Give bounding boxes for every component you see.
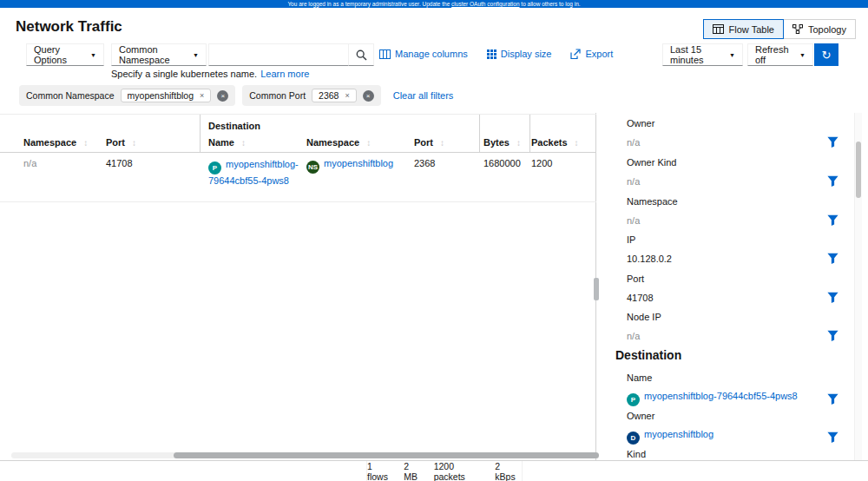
record-side-panel: Owner n/a Owner Kind n/a Namespace n/a I… (602, 113, 854, 460)
cell-packets: 1200 (531, 158, 552, 168)
field-label: Kind (627, 449, 838, 459)
table-horizontal-scrollbar[interactable] (11, 452, 599, 458)
oauth-config-link[interactable]: cluster OAuth configuration (451, 1, 519, 7)
clear-all-filters-link[interactable]: Clear all filters (393, 90, 454, 101)
field-label: Name (627, 372, 838, 383)
column-header-src-port[interactable]: Port ↕ (106, 137, 136, 148)
refresh-button[interactable]: ↻ (814, 43, 838, 66)
query-options-dropdown[interactable]: Query Options ▼ (26, 43, 104, 66)
filter-group-label: Common Port (249, 90, 306, 101)
panel-field-owner: Owner n/a (627, 118, 838, 148)
chip-close-icon[interactable]: × (200, 91, 204, 100)
search-icon (356, 49, 367, 61)
stat-rate: 2 kBps (495, 461, 522, 481)
filter-search-input[interactable] (208, 43, 348, 66)
pod-link[interactable]: myopenshiftblog-79644cbf55-4pws8 (208, 159, 299, 186)
display-size-link[interactable]: Display size (487, 49, 552, 59)
sort-icon: ↕ (440, 138, 444, 148)
column-header-src-namespace[interactable]: Namespace ↕ (23, 137, 88, 148)
field-label: Owner (627, 118, 838, 128)
helper-text: Specify a single kubernetes name. (111, 69, 257, 79)
export-link[interactable]: Export (570, 49, 613, 59)
sync-icon: ↻ (822, 49, 832, 62)
search-button[interactable] (348, 43, 374, 66)
field-value: Pmyopenshiftblog-79644cbf55-4pws8 (627, 391, 798, 406)
remove-filter-group-icon[interactable]: × (363, 90, 374, 102)
refresh-interval-dropdown[interactable]: Refresh off ▼ (747, 43, 813, 66)
filter-funnel-icon[interactable] (827, 330, 838, 341)
flow-table: Destination Namespace ↕ Port ↕ Name ↕ Na… (0, 113, 596, 460)
flow-stats: 1 flows 2 MB 1200 packets 2 kBps (366, 461, 523, 481)
table-top-border (0, 114, 596, 115)
cell-bytes: 1680000 (483, 158, 521, 168)
chevron-down-icon: ▼ (90, 52, 96, 58)
destination-group-header: Destination (208, 121, 260, 131)
table-horizontal-scrollbar-thumb[interactable] (174, 452, 599, 458)
cell-src-namespace: n/a (23, 158, 36, 168)
column-header-packets[interactable]: Packets ↕ (531, 137, 579, 148)
panel-field-dest-name: Name Pmyopenshiftblog-79644cbf55-4pws8 (627, 372, 838, 406)
field-value: 10.128.0.2 (627, 254, 672, 264)
sort-icon: ↕ (241, 138, 246, 148)
topology-toggle[interactable]: Topology (784, 19, 856, 39)
column-header-bytes[interactable]: Bytes ↕ (483, 137, 521, 148)
active-filters: Common Namespace myopenshiftblog × × Com… (19, 85, 453, 106)
column-label: Bytes (483, 137, 510, 148)
panel-field-ip: IP 10.128.0.2 (627, 234, 838, 264)
filter-funnel-icon[interactable] (827, 393, 838, 405)
panel-scrollbar[interactable] (854, 113, 862, 460)
cell-dst-name: Pmyopenshiftblog-79644cbf55-4pws8 (208, 158, 299, 188)
column-header-dst-namespace[interactable]: Namespace ↕ (306, 137, 371, 148)
filter-funnel-icon[interactable] (827, 253, 838, 264)
filter-funnel-icon[interactable] (827, 432, 838, 443)
learn-more-link[interactable]: Learn more (260, 69, 309, 79)
filter-funnel-icon[interactable] (827, 175, 838, 187)
table-icon (713, 24, 724, 34)
panel-field-port: Port 41708 (627, 273, 838, 303)
panel-resize-handle[interactable] (594, 278, 599, 300)
pod-link[interactable]: myopenshiftblog-79644cbf55-4pws8 (644, 391, 798, 401)
namespace-badge: NS (306, 161, 319, 174)
filter-search (208, 43, 374, 66)
filter-chip: myopenshiftblog × (121, 89, 212, 102)
filter-chip: 2368 × (312, 89, 357, 102)
deployment-badge: D (627, 432, 640, 445)
manage-columns-link[interactable]: Manage columns (379, 49, 468, 59)
remove-filter-group-icon[interactable]: × (217, 90, 228, 102)
field-label: Owner (627, 411, 838, 421)
chip-close-icon[interactable]: × (345, 91, 349, 100)
time-range-dropdown[interactable]: Last 15 minutes ▼ (662, 43, 743, 66)
columns-icon (379, 49, 391, 59)
filter-funnel-icon[interactable] (827, 136, 838, 148)
filter-chip-value: myopenshiftblog (128, 90, 194, 101)
sort-icon: ↕ (83, 138, 88, 148)
filter-category-dropdown[interactable]: Common Namespace ▼ (111, 43, 207, 66)
filter-chip-value: 2368 (319, 90, 339, 101)
cell-dst-port: 2368 (414, 158, 435, 168)
field-value: n/a (627, 176, 640, 187)
column-label: Namespace (306, 137, 359, 148)
filter-funnel-icon[interactable] (827, 214, 838, 226)
query-options-label: Query Options (34, 44, 85, 65)
table-tools: Manage columns Display size Export (379, 49, 613, 59)
filters-toolbar: Query Options ▼ Common Namespace ▼ Manag… (0, 43, 868, 66)
panel-scrollbar-thumb[interactable] (856, 142, 861, 198)
filter-funnel-icon[interactable] (827, 292, 838, 303)
banner-text: You are logged in as a temporary adminis… (287, 1, 451, 7)
column-group-separator (529, 115, 530, 152)
sort-icon: ↕ (132, 138, 136, 148)
panel-field-dest-owner: Owner Dmyopenshiftblog (627, 411, 838, 445)
chevron-down-icon: ▼ (799, 52, 806, 58)
sort-icon: ↕ (366, 138, 371, 148)
flow-table-toggle[interactable]: Flow Table (703, 19, 784, 39)
column-header-dst-port[interactable]: Port ↕ (414, 137, 444, 148)
manage-columns-label: Manage columns (395, 49, 468, 59)
topology-label: Topology (808, 24, 846, 35)
field-label: IP (627, 234, 838, 245)
field-value: n/a (627, 215, 640, 226)
panel-field-node-ip: Node IP n/a (627, 312, 838, 341)
flow-table-label: Flow Table (729, 24, 774, 35)
column-header-dst-name[interactable]: Name ↕ (208, 137, 246, 148)
namespace-link[interactable]: myopenshiftblog (324, 158, 393, 168)
deployment-link[interactable]: myopenshiftblog (644, 429, 713, 439)
